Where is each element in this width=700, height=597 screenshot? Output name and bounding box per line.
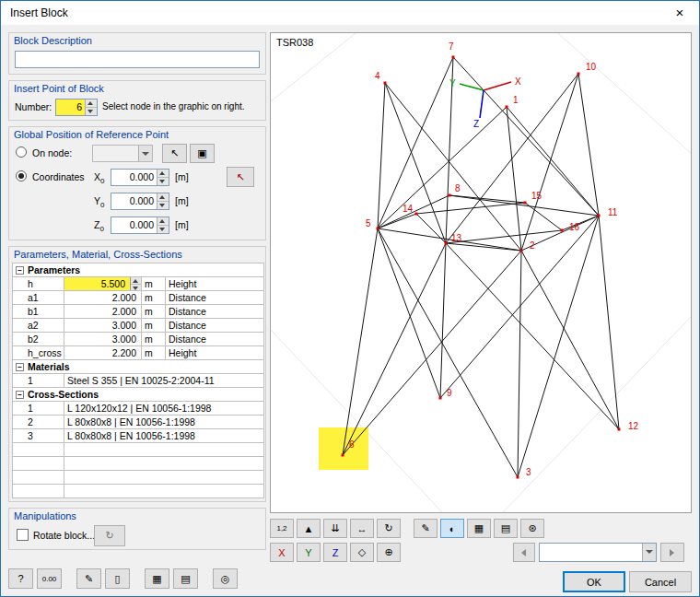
chevron-down-icon[interactable]: [138, 146, 152, 161]
param-value[interactable]: 3.000: [64, 319, 142, 333]
node-label: 9: [447, 388, 452, 398]
help-button[interactable]: ?: [8, 568, 33, 589]
table-row: a23.000mDistance: [13, 319, 264, 333]
param-name: b2: [13, 333, 64, 346]
node-dot[interactable]: [618, 428, 621, 431]
on-node-radio[interactable]: [16, 146, 27, 158]
node-dot[interactable]: [439, 397, 442, 400]
wireframe-button[interactable]: ▦: [467, 519, 491, 538]
param-value[interactable]: 5.500: [64, 277, 142, 291]
node-dot[interactable]: [384, 82, 387, 85]
dimension-display-button[interactable]: ↔: [350, 519, 374, 538]
pick-coordinates-button[interactable]: ↖: [227, 167, 254, 187]
number-spinner[interactable]: [85, 100, 97, 115]
coord-x-input[interactable]: 0.000: [111, 169, 169, 186]
y-spinner[interactable]: [157, 193, 169, 209]
render-mode-button[interactable]: ◐: [440, 519, 464, 538]
node-dot[interactable]: [452, 56, 455, 59]
param-value[interactable]: 2.000: [64, 291, 142, 305]
on-node-combo[interactable]: [92, 145, 153, 162]
collapse-icon[interactable]: −: [16, 391, 24, 399]
node-dot[interactable]: [578, 73, 580, 76]
param-value[interactable]: Steel S 355 | EN 10025-2:2004-11: [64, 374, 264, 388]
block-save-button[interactable]: ▤: [173, 568, 198, 589]
display-settings-button[interactable]: ⊛: [520, 519, 544, 538]
param-value[interactable]: 2.200: [64, 346, 142, 360]
group-title: Manipulations: [9, 509, 265, 522]
value-spinner[interactable]: [130, 277, 141, 290]
node-dot[interactable]: [506, 106, 508, 109]
units-button[interactable]: 0.00: [37, 568, 62, 589]
node-dot[interactable]: [517, 476, 519, 479]
prev-block-button[interactable]: [513, 543, 535, 562]
param-desc: Height: [166, 346, 264, 360]
block-description-input[interactable]: [15, 51, 260, 68]
coordinates-label: Coordinates: [32, 171, 85, 182]
node-dot[interactable]: [598, 215, 601, 217]
z-spinner[interactable]: [157, 217, 169, 233]
pick-node-button[interactable]: ↖: [162, 144, 187, 163]
comment-button[interactable]: ✎: [76, 568, 101, 589]
collapse-icon[interactable]: −: [16, 266, 24, 275]
wireframe-model: XYZ12345678910111213141516: [271, 33, 691, 512]
print-icon: ▤: [501, 522, 510, 534]
param-value[interactable]: [64, 471, 264, 485]
coord-z-input[interactable]: 0.000: [111, 217, 169, 234]
new-node-button[interactable]: ▣: [190, 144, 215, 163]
rotate-view-button[interactable]: ↻: [377, 519, 401, 538]
param-value[interactable]: [64, 457, 264, 471]
node-dot[interactable]: [445, 242, 448, 245]
node-dot[interactable]: [377, 228, 379, 230]
find-button[interactable]: ◎: [213, 568, 238, 589]
param-name: 1: [13, 374, 64, 388]
numbering-toggle-button[interactable]: 1,2: [270, 519, 294, 538]
member-line: [446, 230, 562, 243]
view-x-button[interactable]: X: [270, 543, 294, 562]
next-block-button[interactable]: [660, 543, 684, 562]
param-name: h_cross: [13, 346, 64, 360]
node-number-input[interactable]: 6: [55, 99, 98, 116]
chevron-down-icon[interactable]: [642, 544, 656, 561]
isometric-view-button[interactable]: ◇: [350, 543, 374, 562]
coordinates-radio[interactable]: [16, 170, 27, 181]
node-dot[interactable]: [524, 202, 527, 205]
pencil-edit-button[interactable]: ✎: [414, 519, 438, 538]
load-display-button[interactable]: ⇊: [323, 519, 347, 538]
close-icon[interactable]: ×: [661, 2, 698, 24]
rotate-block-button[interactable]: ↻: [94, 525, 125, 546]
coord-y-input[interactable]: 0.000: [111, 193, 169, 210]
block-select-combo[interactable]: [539, 543, 657, 562]
param-value[interactable]: [64, 485, 264, 498]
graphic-area[interactable]: TSR038 XYZ12345678910111213141516: [270, 32, 692, 513]
block-library-button[interactable]: ▦: [145, 568, 169, 589]
group-title: Block Description: [9, 33, 265, 47]
node-dot[interactable]: [415, 213, 418, 216]
view-y-button[interactable]: Y: [297, 543, 321, 562]
node-dot[interactable]: [449, 194, 451, 197]
collapse-icon[interactable]: −: [16, 363, 24, 371]
param-name: b1: [13, 305, 64, 319]
section-header-row: −Materials: [13, 360, 264, 374]
support-display-button[interactable]: ▲: [297, 519, 321, 538]
rotate-block-checkbox[interactable]: [17, 529, 29, 541]
cancel-button[interactable]: Cancel: [629, 571, 692, 592]
param-name: [13, 457, 64, 471]
view-z-button[interactable]: Z: [323, 543, 347, 562]
param-value[interactable]: 2.000: [64, 305, 142, 319]
param-value[interactable]: L 80x80x8 | EN 10056-1:1998: [64, 429, 264, 443]
zoom-all-button[interactable]: ⊕: [377, 543, 401, 562]
title-bar: Insert Block ×: [1, 1, 699, 25]
x-spinner[interactable]: [157, 170, 169, 185]
print-button[interactable]: ▤: [494, 519, 518, 538]
empty-row: [13, 485, 264, 498]
node-dot[interactable]: [561, 229, 564, 232]
param-value[interactable]: L 80x80x8 | EN 10056-1:1998: [64, 416, 264, 429]
ok-button[interactable]: OK: [563, 571, 625, 592]
node-dot[interactable]: [342, 454, 344, 457]
node-dot[interactable]: [520, 250, 523, 252]
param-value[interactable]: [64, 443, 264, 457]
clipboard-button[interactable]: ▯: [105, 568, 130, 589]
section-title: Cross-Sections: [28, 389, 99, 400]
param-value[interactable]: L 120x120x12 | EN 10056-1:1998: [64, 402, 264, 416]
param-value[interactable]: 3.000: [64, 333, 142, 346]
